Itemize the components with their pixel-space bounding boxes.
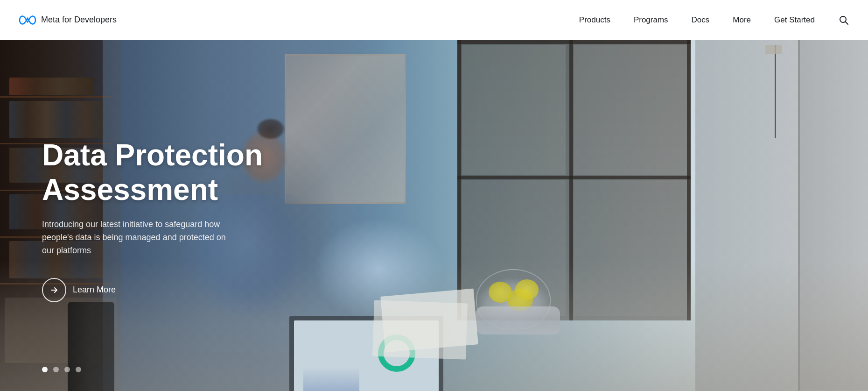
learn-more-label: Learn More <box>73 285 116 295</box>
nav-get-started[interactable]: Get Started <box>774 15 815 25</box>
search-icon[interactable] <box>838 14 849 26</box>
carousel-dots <box>42 367 81 372</box>
learn-more-button[interactable]: Learn More <box>42 278 868 302</box>
hero-title: Data Protection Assessment <box>42 138 266 207</box>
hero-title-line1: Data Protection <box>42 138 263 172</box>
nav-products[interactable]: Products <box>579 15 610 25</box>
carousel-dot-2[interactable] <box>53 367 59 372</box>
carousel-dot-3[interactable] <box>64 367 70 372</box>
learn-more-arrow-circle <box>42 278 66 302</box>
svg-line-1 <box>846 21 848 24</box>
hero-content: Data Protection Assessment Introducing o… <box>0 40 868 391</box>
hero-section: Data Protection Assessment Introducing o… <box>0 40 868 391</box>
carousel-dot-1[interactable] <box>42 367 48 372</box>
brand-name: Meta for Developers <box>41 15 117 25</box>
brand-logo[interactable]: Meta for Developers <box>19 14 117 26</box>
nav-links: Products Programs Docs More Get Started <box>579 14 849 26</box>
nav-docs[interactable]: Docs <box>692 15 710 25</box>
meta-logo-icon <box>19 14 36 26</box>
navbar: Meta for Developers Products Programs Do… <box>0 0 868 40</box>
nav-programs[interactable]: Programs <box>634 15 668 25</box>
carousel-dot-4[interactable] <box>76 367 81 372</box>
hero-title-line2: Assessment <box>42 173 218 206</box>
hero-subtitle: Introducing our latest initiative to saf… <box>42 218 229 257</box>
nav-more[interactable]: More <box>733 15 751 25</box>
